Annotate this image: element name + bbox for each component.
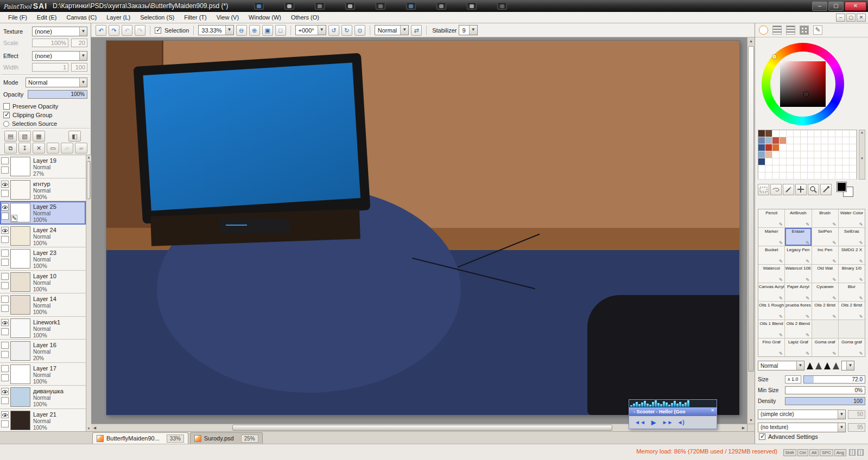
swatch-cell[interactable] (758, 144, 765, 151)
brush-oils-2-blend[interactable]: Oils 2 Blend✎ (785, 320, 811, 338)
new-layer-button[interactable]: ▤ (4, 131, 17, 142)
brush-blend-mode-combo[interactable]: Normal▼ (758, 361, 804, 370)
brush-size-slider[interactable]: 72.0 (803, 375, 865, 384)
swatch-cell[interactable] (814, 158, 821, 165)
layer-lock-toggle[interactable] (1, 282, 9, 289)
menu-item-window[interactable]: Window (W) (244, 12, 286, 22)
rotate-reset-button[interactable]: ⊙ (354, 25, 365, 36)
swatch-cell[interactable] (850, 151, 857, 158)
swatch-cell[interactable] (801, 151, 808, 158)
swatch-cell[interactable] (835, 158, 842, 165)
scrollbar-thumb[interactable] (232, 425, 612, 431)
taskbar-window-icon[interactable] (284, 2, 294, 10)
swatch-cell[interactable] (765, 130, 772, 137)
step-forward-button[interactable]: ↷ (135, 25, 145, 36)
scrollbar-thumb[interactable] (87, 161, 91, 199)
density-slider[interactable]: 100 (785, 397, 865, 405)
minimize-button[interactable]: – (812, 2, 827, 11)
layer-visibility-toggle[interactable] (1, 296, 9, 303)
taskbar-window-icon[interactable] (315, 2, 325, 10)
brush-oils-2-brist[interactable]: Oils 2 Brist✎ (839, 302, 865, 320)
lasso-tool[interactable] (770, 184, 782, 195)
size-multiplier-button[interactable]: x 1.0 (785, 375, 801, 384)
rect-select-tool[interactable] (758, 184, 769, 195)
swatch-cell[interactable] (772, 158, 780, 165)
brush-marker[interactable]: Marker✎ (758, 228, 784, 246)
swatch-cell[interactable] (808, 130, 815, 137)
swatch-cell[interactable] (780, 151, 787, 158)
zoom-combo[interactable]: 33.33%▼ (198, 25, 233, 35)
brush-legacy-pen[interactable]: Legacy Pen✎ (785, 246, 811, 264)
swatch-cell[interactable] (801, 165, 808, 173)
menu-item-layer[interactable]: Layer (L) (102, 12, 135, 22)
swatch-cell[interactable] (758, 158, 765, 165)
status-grid-icon[interactable] (857, 449, 864, 456)
merge-down-button[interactable]: ↧ (18, 143, 31, 154)
foreground-color-chip[interactable] (837, 182, 847, 192)
swatch-cell[interactable] (780, 165, 787, 173)
layer-row[interactable]: кгнтурNormal100% (0, 178, 86, 202)
title-bar[interactable]: PaintToolSAI D:\Картинки\PSDs\хуита\Зака… (0, 0, 868, 12)
swatch-cell[interactable] (821, 144, 828, 151)
layer-visibility-toggle[interactable] (1, 181, 9, 188)
brush-сусанин[interactable]: Сусанин✎ (812, 283, 838, 301)
brush-oils-1-blend[interactable]: Oils 1 Blend✎ (758, 320, 784, 338)
layer-visibility-toggle[interactable] (1, 388, 9, 395)
taskbar-window-icon[interactable] (376, 2, 385, 10)
swatch-cell[interactable] (821, 165, 828, 173)
new-layer-set-button[interactable]: ▦ (33, 131, 45, 142)
swatch-cell[interactable] (758, 130, 765, 137)
layer-lock-toggle[interactable] (1, 374, 9, 381)
swatch-cell[interactable] (772, 165, 780, 173)
swatch-cell[interactable] (842, 173, 850, 180)
swatch-cell[interactable] (835, 173, 842, 180)
swatch-cell[interactable] (808, 151, 815, 158)
swatch-cell[interactable] (801, 137, 808, 144)
swatch-cell[interactable] (850, 137, 857, 144)
scroll-up-icon[interactable]: ▲ (86, 155, 91, 160)
swatch-cell[interactable] (828, 151, 835, 158)
layer-lock-toggle[interactable] (1, 397, 9, 404)
swatch-cell[interactable] (842, 165, 850, 173)
swatch-cell[interactable] (758, 165, 765, 173)
brush-watercol-10e[interactable]: Watercol 10E✎ (785, 265, 811, 283)
swatch-cell[interactable] (828, 144, 835, 151)
swatch-cell[interactable] (772, 130, 780, 137)
swatch-cell[interactable] (835, 130, 842, 137)
swatch-cell[interactable] (780, 137, 787, 144)
layer-visibility-toggle[interactable] (1, 157, 9, 164)
brush-goma-oraf[interactable]: Goma oraf✎ (812, 338, 838, 356)
min-size-slider[interactable]: 0% (785, 386, 865, 394)
brush-shape-combo[interactable]: ▼ (841, 361, 854, 370)
texture-combo[interactable]: (none)▼ (32, 27, 87, 36)
brush-pencil[interactable]: Pencil✎ (758, 209, 784, 227)
layer-lock-toggle[interactable] (1, 167, 9, 174)
saturation-value-square[interactable] (780, 61, 826, 107)
layer-extra-button[interactable]: ▱ (61, 143, 73, 154)
swatch-cell[interactable] (842, 137, 850, 144)
brush-blur[interactable]: Blur✎ (839, 283, 865, 301)
brush-paper-acryl[interactable]: Paper Acryl✎ (785, 283, 811, 301)
brush-oils-1-rough[interactable]: Oils 1 Rough✎ (758, 302, 784, 320)
canvas-vertical-scrollbar[interactable]: ▲ ▼ (747, 37, 755, 424)
menu-item-edit[interactable]: Edit (E) (32, 12, 62, 22)
swatch-cell[interactable] (765, 173, 772, 180)
status-grid-icon[interactable] (849, 449, 856, 456)
layer-visibility-toggle[interactable] (1, 273, 9, 280)
swatch-cell[interactable] (808, 137, 815, 144)
swatch-cell[interactable] (808, 173, 815, 180)
preserve-opacity-checkbox[interactable] (3, 103, 10, 110)
player-prev-button[interactable]: ◄◄ (635, 419, 645, 425)
swatch-cell[interactable] (828, 158, 835, 165)
swatch-cell[interactable] (758, 151, 765, 158)
swatch-cell[interactable] (801, 158, 808, 165)
swatch-cell[interactable] (821, 173, 828, 180)
taskbar-window-icon[interactable] (436, 2, 446, 10)
rgb-slider-icon[interactable] (772, 25, 782, 35)
brush-watercol[interactable]: Watercol✎ (758, 265, 784, 283)
brush-texture-select[interactable]: (no texture)▼ (758, 423, 846, 432)
layer-row[interactable]: Layer 10Normal100% (0, 271, 86, 294)
brush-lapiz-graf[interactable]: Lapiz Graf✎ (785, 338, 811, 356)
swatch-cell[interactable] (794, 165, 801, 173)
swatch-cell[interactable] (814, 151, 821, 158)
